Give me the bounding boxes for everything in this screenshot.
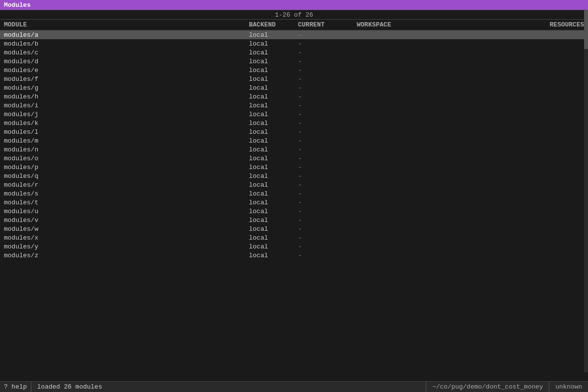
row-module: modules/m xyxy=(4,137,249,145)
row-backend: local xyxy=(249,190,298,197)
row-current: - xyxy=(298,208,357,215)
row-module: modules/h xyxy=(4,93,249,100)
row-current: - xyxy=(298,49,357,56)
row-module: modules/p xyxy=(4,164,249,171)
help-label: ? help xyxy=(4,383,27,391)
scrollbar-thumb[interactable] xyxy=(584,10,588,49)
row-current: - xyxy=(298,190,357,197)
row-backend: local xyxy=(249,49,298,56)
row-current: - xyxy=(298,199,357,206)
col-workspace-header: WORKSPACE xyxy=(357,21,455,28)
row-module: modules/g xyxy=(4,84,249,92)
row-module: modules/t xyxy=(4,199,249,206)
row-current: - xyxy=(298,102,357,109)
row-backend: local xyxy=(249,40,298,48)
row-backend: local xyxy=(249,120,298,127)
status-message: loaded 26 modules xyxy=(31,383,426,391)
row-current: - xyxy=(298,217,357,224)
table-row[interactable]: modules/dlocal- xyxy=(0,57,588,66)
row-module: modules/y xyxy=(4,243,249,250)
table-row[interactable]: modules/rlocal- xyxy=(0,180,588,189)
table-row[interactable]: modules/ilocal- xyxy=(0,101,588,110)
row-backend: local xyxy=(249,252,298,259)
row-current: - xyxy=(298,111,357,118)
row-module: modules/s xyxy=(4,190,249,197)
row-module: modules/k xyxy=(4,120,249,127)
row-backend: local xyxy=(249,199,298,206)
table-row[interactable]: modules/nlocal- xyxy=(0,145,588,154)
row-module: modules/j xyxy=(4,111,249,118)
table-row[interactable]: modules/klocal- xyxy=(0,119,588,127)
table-row[interactable]: modules/llocal- xyxy=(0,127,588,136)
row-current: - xyxy=(298,120,357,127)
col-current-header: CURRENT xyxy=(298,21,357,28)
table-row[interactable]: modules/alocal- xyxy=(0,30,588,39)
row-backend: local xyxy=(249,208,298,215)
row-module: modules/n xyxy=(4,146,249,153)
row-module: modules/w xyxy=(4,225,249,233)
table-row[interactable]: modules/ulocal- xyxy=(0,207,588,216)
row-backend: local xyxy=(249,146,298,153)
row-backend: local xyxy=(249,164,298,171)
table-row[interactable]: modules/tlocal- xyxy=(0,198,588,207)
table-row[interactable]: modules/xlocal- xyxy=(0,233,588,242)
column-header: MODULE BACKEND CURRENT WORKSPACE RESOURC… xyxy=(0,20,588,30)
row-module: modules/d xyxy=(4,58,249,65)
table-row[interactable]: modules/wlocal- xyxy=(0,224,588,233)
table-row[interactable]: modules/clocal- xyxy=(0,48,588,57)
row-module: modules/l xyxy=(4,128,249,136)
row-backend: local xyxy=(249,155,298,162)
row-backend: local xyxy=(249,128,298,136)
table-row[interactable]: modules/olocal- xyxy=(0,154,588,163)
title-label: Modules xyxy=(4,1,31,9)
pagination-text: 1-26 of 26 xyxy=(275,11,313,19)
col-resources-header: RESOURCES xyxy=(455,21,584,28)
title-bar: Modules xyxy=(0,0,588,10)
table-row[interactable]: modules/elocal- xyxy=(0,66,588,74)
table-row[interactable]: modules/plocal- xyxy=(0,163,588,172)
row-module: modules/q xyxy=(4,172,249,180)
table-row[interactable]: modules/flocal- xyxy=(0,74,588,83)
row-current: - xyxy=(298,40,357,48)
row-backend: local xyxy=(249,58,298,65)
scrollbar[interactable] xyxy=(584,10,588,372)
row-current: - xyxy=(298,128,357,136)
table-row[interactable]: modules/glocal- xyxy=(0,83,588,92)
row-current: - xyxy=(298,164,357,171)
table-row[interactable]: modules/mlocal- xyxy=(0,136,588,145)
row-module: modules/u xyxy=(4,208,249,215)
row-module: modules/a xyxy=(4,31,249,39)
row-current: - xyxy=(298,137,357,145)
row-backend: local xyxy=(249,93,298,100)
row-module: modules/o xyxy=(4,155,249,162)
table-body: modules/alocal-modules/blocal-modules/cl… xyxy=(0,30,588,381)
row-current: - xyxy=(298,243,357,250)
row-module: modules/i xyxy=(4,102,249,109)
version-section: unknown xyxy=(549,382,588,392)
table-row[interactable]: modules/zlocal- xyxy=(0,251,588,260)
table-row[interactable]: modules/hlocal- xyxy=(0,92,588,101)
table-row[interactable]: modules/vlocal- xyxy=(0,216,588,224)
row-current: - xyxy=(298,252,357,259)
path-section: ~/co/pug/demo/dont_cost_money xyxy=(426,382,549,392)
table-row[interactable]: modules/qlocal- xyxy=(0,172,588,180)
row-module: modules/x xyxy=(4,234,249,242)
help-section[interactable]: ? help xyxy=(0,382,31,392)
row-module: modules/b xyxy=(4,40,249,48)
row-current: - xyxy=(298,155,357,162)
row-backend: local xyxy=(249,102,298,109)
table-row[interactable]: modules/ylocal- xyxy=(0,242,588,251)
row-current: - xyxy=(298,181,357,189)
table-row[interactable]: modules/slocal- xyxy=(0,189,588,198)
row-current: - xyxy=(298,58,357,65)
row-current: - xyxy=(298,31,357,39)
row-backend: local xyxy=(249,31,298,39)
row-module: modules/e xyxy=(4,67,249,74)
row-backend: local xyxy=(249,181,298,189)
table-row[interactable]: modules/jlocal- xyxy=(0,110,588,119)
row-backend: local xyxy=(249,172,298,180)
row-current: - xyxy=(298,234,357,242)
col-backend-header: BACKEND xyxy=(249,21,298,28)
row-module: modules/c xyxy=(4,49,249,56)
table-row[interactable]: modules/blocal- xyxy=(0,39,588,48)
